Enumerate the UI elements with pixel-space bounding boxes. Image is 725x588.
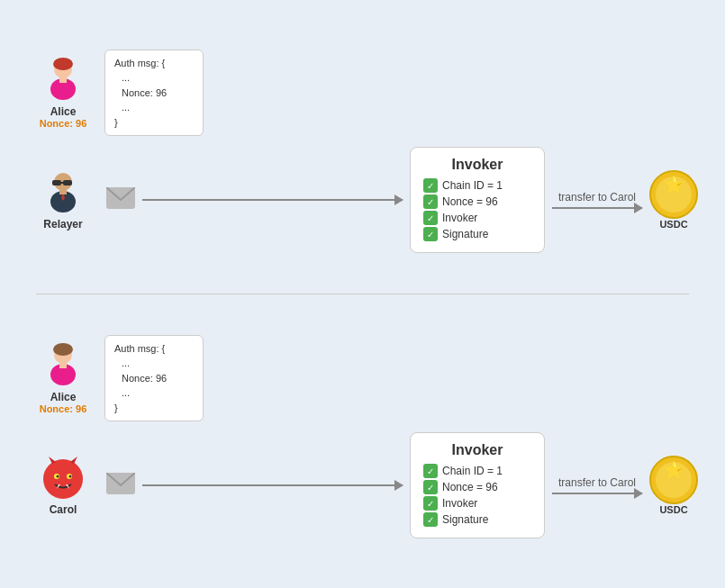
auth-line-2: ... [114, 70, 194, 86]
alice-figure-2 [40, 342, 86, 389]
auth-msg-2: Auth msg: { ... Nonce: 96 ... } [104, 335, 204, 422]
check-label-nonce-1: Nonce = 96 [442, 195, 498, 208]
svg-rect-5 [52, 180, 61, 185]
transfer-arrow-2 [552, 493, 642, 494]
auth2-line-5: } [114, 401, 194, 416]
auth-line-3: Nonce: 96 [114, 86, 194, 101]
invoker-box-2: Invoker ✓ Chain ID = 1 ✓ Nonce = 96 ✓ In… [410, 432, 545, 538]
relayer-envelope-1 [106, 187, 135, 213]
coin-label-2: USDC [659, 504, 687, 515]
svg-point-25 [69, 475, 72, 478]
transfer-label-2: transfer to Carol [558, 476, 636, 489]
check-icon-7: ✓ [423, 496, 438, 511]
relayer-figure-1 [40, 169, 86, 216]
auth-line-1: Auth msg: { [114, 56, 194, 71]
check-invoker-1: ✓ Invoker [423, 211, 531, 225]
check-icon-2: ✓ [423, 194, 438, 209]
relayer-actor-1: Relayer [27, 169, 99, 231]
carol-actor-2: Carol [27, 455, 99, 516]
svg-rect-18 [59, 363, 67, 368]
svg-text:⭐: ⭐ [664, 460, 684, 480]
svg-rect-7 [61, 182, 65, 184]
coin-label-1: USDC [659, 219, 687, 230]
check-label-invoker-2: Invoker [442, 497, 477, 510]
diagram: Alice Nonce: 96 Auth msg: { ... Nonce: 9… [0, 0, 725, 588]
coin-section-2: ⭐ USDC [649, 456, 698, 515]
alice-actor-1: Alice Nonce: 96 [27, 57, 99, 129]
transfer-section-2: transfer to Carol [552, 476, 642, 494]
alice-row-1: Alice Nonce: 96 Auth msg: { ... Nonce: 9… [27, 42, 698, 140]
carol-envelope-2 [106, 473, 135, 498]
check-label-invoker-1: Invoker [442, 212, 477, 224]
check-chainid-2: ✓ Chain ID = 1 [423, 464, 531, 478]
check-sig-2: ✓ Signature [423, 512, 531, 527]
alice-name-1: Alice [50, 105, 77, 118]
check-icon-8: ✓ [423, 512, 438, 527]
svg-point-24 [57, 475, 59, 478]
invoker-title-1: Invoker [423, 157, 531, 173]
auth-msg-1: Auth msg: { ... Nonce: 96 ... } [104, 50, 204, 137]
check-invoker-2: ✓ Invoker [423, 496, 531, 511]
check-label-nonce-2: Nonce = 96 [442, 481, 498, 493]
transfer-section-1: transfer to Carol [552, 191, 642, 209]
check-nonce-1: ✓ Nonce = 96 [423, 194, 531, 209]
check-label-sig-2: Signature [442, 513, 488, 526]
usdc-coin-1: ⭐ [649, 170, 698, 219]
carol-figure-2 [40, 455, 86, 502]
transfer-arrow-1 [552, 207, 642, 209]
check-icon-5: ✓ [423, 464, 438, 478]
svg-rect-10 [59, 190, 67, 194]
auth-line-4: ... [114, 100, 194, 115]
transfer-label-1: transfer to Carol [558, 191, 636, 204]
relayer-row-1: Relayer Invoker ✓ Chain ID = [27, 143, 698, 260]
check-label-sig-1: Signature [442, 228, 488, 240]
check-sig-1: ✓ Signature [423, 227, 531, 241]
svg-point-16 [53, 343, 73, 356]
alice-row-2: Alice Nonce: 96 Auth msg: { ... Nonce: 9… [27, 328, 698, 426]
relayer-name-1: Relayer [43, 218, 82, 231]
coin-section-1: ⭐ USDC [649, 170, 698, 230]
arrow-to-invoker-2 [142, 484, 403, 486]
alice-nonce-1: Nonce: 96 [40, 118, 87, 129]
check-icon-6: ✓ [423, 480, 438, 494]
auth2-line-3: Nonce: 96 [114, 371, 194, 386]
alice-name-2: Alice [50, 391, 77, 403]
carol-row-2: Carol Invoker ✓ Chain ID = 1 [27, 429, 698, 546]
usdc-coin-2: ⭐ [649, 456, 698, 504]
alice-nonce-2: Nonce: 96 [40, 403, 87, 414]
check-label-chainid-1: Chain ID = 1 [442, 179, 503, 192]
check-icon-4: ✓ [423, 227, 438, 241]
auth2-line-4: ... [114, 385, 194, 401]
scenario-1: Alice Nonce: 96 Auth msg: { ... Nonce: 9… [18, 9, 707, 294]
svg-point-1 [53, 58, 73, 70]
alice-figure-1 [40, 57, 86, 104]
auth2-line-1: Auth msg: { [114, 341, 194, 357]
auth2-line-2: ... [114, 356, 194, 371]
scenario-2: Alice Nonce: 96 Auth msg: { ... Nonce: 9… [18, 294, 707, 579]
svg-text:⭐: ⭐ [664, 175, 684, 194]
check-icon-1: ✓ [423, 178, 438, 193]
check-label-chainid-2: Chain ID = 1 [442, 465, 503, 477]
arrow-to-invoker-1 [142, 199, 403, 201]
svg-rect-3 [59, 77, 67, 83]
invoker-title-2: Invoker [423, 442, 531, 458]
check-chainid-1: ✓ Chain ID = 1 [423, 178, 531, 193]
invoker-box-1: Invoker ✓ Chain ID = 1 ✓ Nonce = 96 ✓ In… [410, 147, 545, 253]
auth-line-5: } [114, 115, 194, 131]
check-icon-3: ✓ [423, 211, 438, 225]
check-nonce-2: ✓ Nonce = 96 [423, 480, 531, 494]
carol-name-2: Carol [50, 503, 77, 516]
alice-actor-2: Alice Nonce: 96 [27, 342, 99, 414]
svg-point-19 [43, 459, 83, 499]
